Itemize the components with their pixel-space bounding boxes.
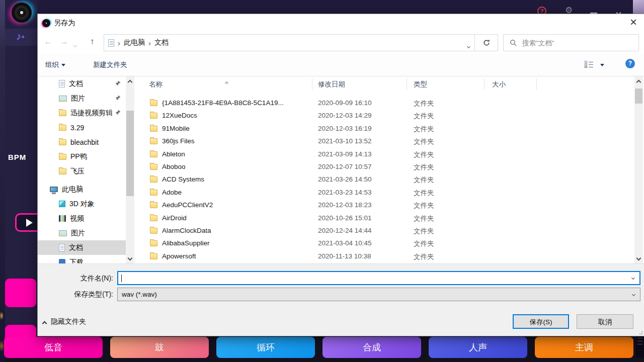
history-chevron-icon[interactable] [74,39,76,49]
table-row[interactable]: 360js Files 2021-03-10 13:52 文件夹 [136,135,634,148]
table-row[interactable]: 91Mobile 2020-12-03 16:19 文件夹 [136,123,634,135]
screen: ? ⚙ ♪ BPM 低音鼓循环合成人声主调 另存为 × ← → ↑ [0,0,644,362]
back-arrow-icon[interactable]: ← [44,37,52,47]
bpm-label: BPM [8,153,26,161]
folder-icon [150,240,157,246]
view-details-icon[interactable] [585,61,593,68]
vinyl-record-logo[interactable] [12,3,32,23]
new-folder-button[interactable]: 新建文件夹 [93,60,127,69]
refresh-button[interactable] [475,34,498,51]
breadcrumb-separator: › [148,39,151,47]
sidebar-item-folder[interactable]: bleachbit [38,135,126,149]
chevron-down-icon [632,293,635,296]
table-row[interactable]: AeduPCClientV2 2020-12-03 18:23 文件夹 [136,199,634,212]
save-button[interactable]: 保存(S) [513,314,569,329]
item-icon [59,110,66,116]
search-box[interactable] [503,34,639,51]
command-toolbar: 组织 新建文件夹 ? [38,53,644,76]
savetype-select[interactable]: wav (*.wav) [117,288,640,301]
list-scrollbar-thumb[interactable] [635,88,642,104]
dialog-titlebar[interactable]: 另存为 × [38,14,644,32]
pin-icon [115,110,121,115]
hide-folders-button[interactable]: 隐藏文件夹 [43,317,86,326]
column-header-type[interactable]: 类型 [414,80,427,89]
app-vinyl-icon [42,19,50,27]
folder-icon [150,151,157,157]
folder-icon [150,100,157,106]
table-row[interactable]: Apowersoft 2020-11-13 10:38 文件夹 [136,250,634,263]
table-row[interactable]: AirDroid 2020-10-26 15:01 文件夹 [136,212,634,225]
filename-input[interactable] [117,271,640,285]
folder-icon [150,126,157,132]
chevron-down-icon [61,64,65,66]
sidebar-item-picture[interactable]: 图片 [38,91,126,106]
add-music-note-icon[interactable]: ♪ [16,31,21,41]
up-arrow-icon[interactable]: ↑ [90,37,95,47]
organize-menu[interactable]: 组织 [45,60,65,69]
mixer-track-button[interactable]: 循环 [216,337,315,358]
breadcrumb-dropdown-icon[interactable] [467,41,470,49]
folder-icon [150,228,157,234]
table-row[interactable]: Aboboo 2020-12-07 10:57 文件夹 [136,161,634,173]
item-icon [59,125,66,131]
table-row[interactable]: 12XueDocs 2020-12-03 14:29 文件夹 [136,110,634,122]
dialog-main: 文档 图片 [38,76,644,263]
mixer-track-button[interactable]: 低音 [4,337,103,358]
nav-scrollbar-thumb[interactable] [126,111,134,196]
view-dropdown-icon[interactable] [600,64,604,66]
item-icon [59,168,66,174]
mixer-track-button[interactable]: 鼓 [110,337,209,358]
sidebar-item-computer[interactable]: 此电脑 [38,182,126,197]
table-row[interactable]: Adobe 2021-03-23 14:53 文件夹 [136,187,634,199]
sidebar-item-folder[interactable]: 飞压 [38,164,126,178]
table-row[interactable]: ACD Systems 2021-03-26 14:50 文件夹 [136,173,634,186]
breadcrumb-this-pc[interactable]: 此电脑 [124,38,145,47]
table-row[interactable]: AlarmClockData 2020-12-24 14:44 文件夹 [136,225,634,237]
fader-strip [636,336,644,358]
sidebar-item-picture[interactable]: 图片 [38,226,126,240]
mixer-track-button[interactable]: 人声 [429,337,527,358]
item-icon [59,96,67,102]
breadcrumb-documents[interactable]: 文档 [154,38,169,47]
sidebar-item-document[interactable]: 文档 [38,76,126,91]
sidebar-item-cube[interactable]: 3D 对象 [38,197,126,211]
cancel-button[interactable]: 取消 [577,314,633,329]
resize-grip[interactable] [637,329,642,334]
item-icon [59,154,66,160]
breadcrumb[interactable]: › 此电脑 › 文档 [104,34,475,51]
mixer-track-button[interactable]: 主调 [535,337,633,358]
folder-icon [150,164,157,170]
music-app-sidebar: ♪ BPM [5,0,38,336]
sidebar-item-folder[interactable]: 3.29 [38,120,126,135]
column-header-size[interactable]: 大小 [492,80,506,89]
sidebar-item-folder[interactable]: 迅捷视频剪辑 [38,106,126,120]
sidebar-item-document[interactable]: 文档 [38,240,126,255]
column-header-date[interactable]: 修改日期 [318,80,345,89]
item-icon [50,187,58,192]
mixer-track-button[interactable]: 合成 [323,337,421,358]
breadcrumb-separator: › [118,39,120,47]
search-icon [510,39,517,46]
clip-pad[interactable] [5,279,36,307]
table-row[interactable]: {1A881453-21F8-4E9A-B8C8-5C1A19... 2020-… [136,97,634,110]
item-icon [59,215,66,222]
table-row[interactable]: AlibabaSupplier 2021-03-04 10:45 文件夹 [136,237,634,250]
sidebar-item-download[interactable]: 下载 [38,255,126,263]
list-scrollbar[interactable] [634,76,643,263]
text-caret [121,275,122,282]
item-icon [59,201,65,207]
savetype-label: 保存类型(T): [38,290,113,299]
folder-icon [150,176,157,183]
forward-arrow-icon[interactable]: → [60,37,68,47]
dialog-footer: 文件名(N): 保存类型(T): wav (*.wav) 隐藏文件夹 保存(S)… [38,263,644,336]
search-input[interactable] [521,39,622,47]
sidebar-item-film[interactable]: 视频 [38,211,126,226]
sidebar-item-folder[interactable]: PP鸭 [38,149,126,164]
help-icon[interactable]: ? [625,59,635,68]
chevron-down-icon [631,276,635,280]
nav-scrollbar[interactable] [126,76,134,263]
close-icon[interactable]: × [626,15,641,30]
table-row[interactable]: Ableton 2021-03-09 14:13 文件夹 [136,148,634,161]
column-header-name[interactable]: 名称 [149,80,163,89]
item-icon [59,139,66,145]
